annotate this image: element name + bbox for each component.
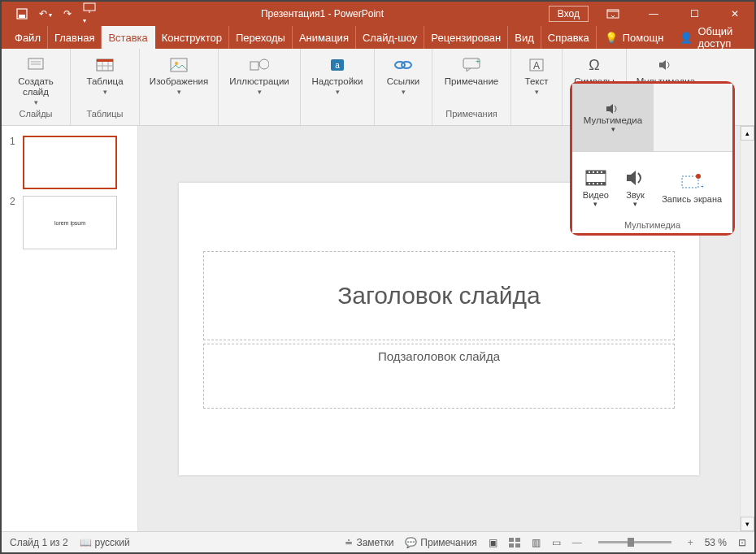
tab-view[interactable]: Вид xyxy=(508,26,541,49)
screen-record-icon: + xyxy=(680,171,704,193)
comment-label: Примечание xyxy=(445,76,499,87)
group-slides: Слайды xyxy=(20,109,53,120)
svg-rect-28 xyxy=(515,538,520,542)
svg-rect-14 xyxy=(171,58,187,71)
comments-button[interactable]: 💬Примечания xyxy=(405,537,476,548)
comment-button[interactable]: + Примечание xyxy=(437,52,506,109)
tell-me[interactable]: Помощн xyxy=(623,32,664,44)
speaker-icon xyxy=(656,55,676,75)
person-icon: 👤 xyxy=(680,32,693,44)
window-title: Презентация1 - PowerPoint xyxy=(96,8,549,19)
svg-rect-40 xyxy=(593,183,594,184)
group-tables: Таблицы xyxy=(87,109,124,120)
scroll-down-icon[interactable]: ▾ xyxy=(741,517,754,531)
tab-file[interactable]: Файл xyxy=(8,26,48,49)
notes-icon: ≐ xyxy=(345,537,353,548)
fit-window-icon[interactable]: ⊡ xyxy=(738,537,746,548)
svg-point-45 xyxy=(696,174,701,179)
subtitle-text: Подзаголовок слайда xyxy=(378,349,500,363)
notes-button[interactable]: ≐Заметки xyxy=(345,537,393,548)
film-icon xyxy=(584,167,608,188)
redo-icon[interactable]: ↷ xyxy=(63,8,72,19)
images-button[interactable]: Изображения▾ xyxy=(145,52,213,109)
thumbnail-2[interactable]: 2 lorem ipsum xyxy=(2,193,137,253)
multimedia-popup: Мультимедиа ▾ Видео▾ Звук▾ + Запись экра… xyxy=(570,81,735,236)
table-icon xyxy=(95,55,115,75)
multimedia-active-label: Мультимедиа xyxy=(584,115,642,125)
tab-slideshow[interactable]: Слайд-шоу xyxy=(356,26,424,49)
slideshow-view-icon[interactable]: ▭ xyxy=(552,537,561,548)
screen-recording-button[interactable]: + Запись экрана xyxy=(662,171,722,204)
svg-rect-36 xyxy=(593,171,594,173)
maximize-icon[interactable]: ☐ xyxy=(678,2,710,26)
ribbon-options-icon[interactable] xyxy=(597,2,629,26)
omega-icon: Ω xyxy=(584,55,604,75)
addin-icon: a xyxy=(328,55,347,75)
video-button[interactable]: Видео▾ xyxy=(583,167,609,208)
tab-design[interactable]: Конструктор xyxy=(155,26,229,49)
svg-text:+: + xyxy=(476,58,480,66)
svg-rect-16 xyxy=(250,62,259,70)
addins-button[interactable]: a Надстройки▾ xyxy=(306,52,369,109)
svg-rect-2 xyxy=(84,3,95,11)
images-label: Изображения xyxy=(150,76,208,87)
start-slideshow-icon[interactable]: ▾ xyxy=(83,2,96,25)
svg-rect-37 xyxy=(597,171,598,173)
audio-button[interactable]: Звук▾ xyxy=(623,167,648,208)
multimedia-active-button[interactable]: Мультимедиа ▾ xyxy=(572,84,654,151)
text-button[interactable]: A Текст▾ xyxy=(516,52,557,109)
table-button[interactable]: Таблица▾ xyxy=(76,52,134,109)
svg-text:a: a xyxy=(335,61,340,70)
status-bar: Слайд 1 из 2 📖русский ≐Заметки 💬Примечан… xyxy=(2,531,754,552)
svg-rect-1 xyxy=(19,15,25,18)
title-bar: ↶ ▾ ↷ ▾ Презентация1 - PowerPoint Вход —… xyxy=(2,2,754,26)
tab-review[interactable]: Рецензирован xyxy=(424,26,508,49)
subtitle-placeholder[interactable]: Подзаголовок слайда xyxy=(203,344,675,409)
tab-insert[interactable]: Вставка xyxy=(102,26,154,49)
scroll-up-icon[interactable]: ▴ xyxy=(741,126,754,141)
login-button[interactable]: Вход xyxy=(549,6,589,22)
vertical-scrollbar[interactable]: ▴ ▾ xyxy=(740,126,754,531)
new-slide-icon xyxy=(26,55,46,75)
zoom-slider[interactable] xyxy=(598,541,671,543)
addins-label: Надстройки xyxy=(311,76,363,87)
svg-rect-41 xyxy=(597,183,598,184)
slide-counter: Слайд 1 из 2 xyxy=(10,537,68,548)
zoom-label: 53 % xyxy=(705,537,727,548)
tab-transitions[interactable]: Переходы xyxy=(229,26,293,49)
normal-view-icon[interactable]: ▣ xyxy=(489,537,497,548)
tab-home[interactable]: Главная xyxy=(48,26,102,49)
svg-point-21 xyxy=(402,62,411,68)
image-icon xyxy=(169,55,189,75)
svg-point-17 xyxy=(259,59,269,69)
svg-rect-30 xyxy=(515,543,520,548)
text-label: Текст xyxy=(525,76,549,87)
tab-help[interactable]: Справка xyxy=(541,26,597,49)
comment-icon: + xyxy=(462,55,481,75)
svg-rect-44 xyxy=(682,176,698,188)
links-button[interactable]: Ссылки▾ xyxy=(380,52,427,109)
reading-view-icon[interactable]: ▥ xyxy=(532,537,541,548)
tab-animation[interactable]: Анимация xyxy=(293,26,356,49)
sorter-view-icon[interactable] xyxy=(509,538,520,548)
speaker-large-icon xyxy=(623,167,648,188)
language-button[interactable]: 📖русский xyxy=(80,537,130,548)
undo-icon[interactable]: ↶ ▾ xyxy=(39,8,52,19)
svg-rect-27 xyxy=(509,538,514,542)
close-icon[interactable]: ✕ xyxy=(719,2,751,26)
minimize-icon[interactable]: — xyxy=(637,2,670,26)
svg-marker-26 xyxy=(659,60,666,70)
share-label[interactable]: Общий доступ xyxy=(697,25,746,50)
new-slide-button[interactable]: Создать слайд▾ xyxy=(7,52,65,109)
illustrations-button[interactable]: Иллюстрации▾ xyxy=(224,52,295,109)
thumbnail-1[interactable]: 1 xyxy=(2,132,137,193)
svg-text:+: + xyxy=(701,181,703,191)
thumb-num: 2 xyxy=(10,196,23,249)
save-icon[interactable] xyxy=(16,8,28,19)
title-placeholder[interactable]: Заголовок слайда xyxy=(203,251,675,340)
svg-rect-29 xyxy=(509,543,514,548)
svg-rect-35 xyxy=(589,171,590,173)
thumb-num: 1 xyxy=(10,136,23,189)
svg-point-15 xyxy=(175,62,178,65)
illustrations-label: Иллюстрации xyxy=(229,76,289,87)
